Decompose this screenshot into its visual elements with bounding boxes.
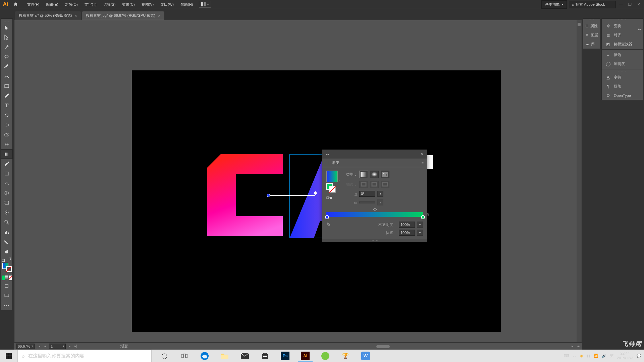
panel-grip[interactable]: •••••• (602, 70, 643, 73)
opacity-dropdown-button[interactable]: ▾ (417, 222, 423, 228)
pen-tool[interactable] (1, 62, 12, 71)
zoom-level-dropdown[interactable]: 66.67%▾ (16, 344, 35, 349)
taskbar-edge-icon[interactable] (195, 350, 215, 362)
start-button[interactable] (0, 350, 17, 362)
tray-battery-icon[interactable]: ▮▮ (586, 354, 590, 358)
paintbrush-tool[interactable] (1, 91, 12, 101)
gradient-preview-swatch[interactable] (326, 171, 338, 182)
eyedropper-tool[interactable] (1, 159, 12, 169)
taskbar-wps-icon[interactable]: W (356, 350, 376, 362)
last-artboard-button[interactable]: ▸| (73, 344, 78, 348)
panel-character[interactable]: A字符 (602, 73, 643, 82)
workspace-switcher[interactable]: 基本功能 ▾ (541, 0, 567, 9)
home-icon[interactable] (11, 0, 20, 9)
gradient-midpoint-handle[interactable] (373, 208, 377, 212)
horizontal-scrollbar[interactable] (202, 344, 579, 348)
window-close-button[interactable]: ✕ (635, 1, 642, 7)
type-tool[interactable]: T (1, 101, 12, 110)
gradient-annotator[interactable] (268, 195, 315, 196)
taskbar-illustrator-icon[interactable]: Ai (295, 350, 315, 362)
panel-layers[interactable]: ❖图层 (583, 31, 600, 40)
selection-tool[interactable] (1, 23, 12, 33)
arrange-documents-button[interactable]: ▾ (199, 1, 211, 8)
menu-view[interactable]: 视图(V) (138, 0, 157, 9)
scale-tool[interactable] (1, 120, 12, 130)
taskbar-explorer-icon[interactable] (215, 350, 235, 362)
eyedropper-icon[interactable]: ✎ (326, 222, 331, 228)
artboard[interactable] (132, 70, 501, 332)
gradient-slider[interactable]: 🗑 (326, 212, 423, 217)
tray-clock[interactable]: 22:44 2019/12/3 (617, 351, 633, 360)
taskbar-store-icon[interactable] (255, 350, 275, 362)
tray-notifications-icon[interactable]: 💬 (637, 354, 641, 358)
gradient-angle-input[interactable]: 0° (359, 191, 375, 197)
close-icon[interactable]: × (158, 13, 161, 18)
gradient-type-freeform-button[interactable] (381, 171, 389, 178)
stock-search-input[interactable]: ⌕搜索 Adobe Stock (569, 1, 616, 8)
tray-security-icon[interactable]: ◉ (580, 354, 583, 358)
panel-transform[interactable]: ✥变换 (602, 21, 643, 31)
color-mode-strip[interactable] (1, 275, 12, 281)
panel-collapse-icon[interactable]: ◂◂ (324, 152, 330, 157)
reverse-gradient-button[interactable] (326, 195, 332, 201)
stroke-swatch[interactable] (6, 266, 12, 272)
cortana-icon[interactable]: ◯ (154, 350, 174, 362)
rectangle-tool[interactable] (1, 81, 12, 91)
gradient-stroke-swatch[interactable] (329, 186, 336, 193)
gradient-stop-right[interactable] (421, 215, 425, 219)
column-graph-tool[interactable] (1, 227, 12, 237)
panel-paragraph[interactable]: ¶段落 (602, 82, 643, 91)
tray-ime-icon[interactable]: 英 (610, 353, 613, 358)
task-view-icon[interactable] (174, 350, 195, 362)
scroll-right-button[interactable]: ▸ (577, 344, 581, 348)
menu-object[interactable]: 对象(O) (62, 0, 81, 9)
tray-chevron-up-icon[interactable]: ︿ (573, 353, 576, 358)
artboard-tool[interactable] (1, 198, 12, 207)
vertical-scrollbar[interactable] (577, 20, 582, 353)
screen-mode[interactable] (1, 291, 12, 300)
taskbar-photoshop-icon[interactable]: Ps (275, 350, 295, 362)
panel-grip[interactable]: •••• (583, 19, 600, 21)
panel-stroke[interactable]: ≡描边 (602, 50, 643, 59)
taskbar-app-trophy-icon[interactable]: 🏆 (335, 350, 356, 362)
gradient-type-linear-button[interactable] (359, 171, 368, 178)
edit-toolbar[interactable]: ••• (1, 300, 12, 310)
angle-dropdown-button[interactable]: ▾ (377, 191, 383, 197)
magic-wand-tool[interactable] (1, 42, 12, 52)
panel-properties[interactable]: ⊞属性 (583, 21, 600, 31)
taskbar-search-input[interactable]: ⌕ 在这里输入你要搜索的内容 (17, 350, 152, 362)
panel-libraries[interactable]: ☁库 (583, 40, 600, 49)
first-artboard-button[interactable]: |◂ (37, 344, 41, 348)
symbol-sprayer-tool[interactable] (1, 207, 12, 217)
panel-grip[interactable]: •••••• (602, 19, 643, 21)
slice-tool[interactable] (1, 237, 12, 246)
perspective-grid-tool[interactable] (1, 178, 12, 188)
menu-file[interactable]: 文件(F) (24, 0, 43, 9)
tray-keyboard-icon[interactable]: ⌨ (564, 354, 569, 358)
menu-edit[interactable]: 编辑(E) (43, 0, 62, 9)
gradient-opacity-input[interactable]: 100% (399, 222, 415, 228)
menu-effect[interactable]: 效果(C) (119, 0, 138, 9)
tab-doc-1[interactable]: 投稿素材.ai* @ 50% (RGB/预览) × (15, 11, 81, 20)
gradient-type-radial-button[interactable] (370, 171, 379, 178)
expand-dock-icon[interactable]: ▸▸ (638, 27, 642, 31)
zoom-tool[interactable] (1, 217, 12, 227)
gradient-location-input[interactable]: 100% (399, 230, 415, 236)
width-tool[interactable] (1, 139, 12, 149)
tray-wifi-icon[interactable]: 📶 (594, 354, 598, 358)
rotate-tool[interactable] (1, 110, 12, 120)
direct-selection-tool[interactable] (1, 33, 12, 42)
panel-align[interactable]: ≣对齐 (602, 31, 643, 40)
shape-builder-tool[interactable] (1, 130, 12, 139)
menu-help[interactable]: 帮助(H) (177, 0, 196, 9)
tray-volume-icon[interactable]: 🔊 (602, 354, 606, 358)
menu-select[interactable]: 选择(S) (100, 0, 119, 9)
panel-header[interactable]: ◂◂ ✕ (322, 150, 427, 159)
lasso-tool[interactable] (1, 52, 12, 62)
document-viewport[interactable] (14, 20, 582, 354)
chevron-down-icon[interactable]: ▾ (338, 179, 340, 182)
panel-close-icon[interactable]: ✕ (419, 152, 425, 157)
window-maximize-button[interactable]: ❐ (627, 1, 633, 7)
taskbar-app-green-icon[interactable] (315, 350, 335, 362)
taskbar-mail-icon[interactable] (235, 350, 255, 362)
